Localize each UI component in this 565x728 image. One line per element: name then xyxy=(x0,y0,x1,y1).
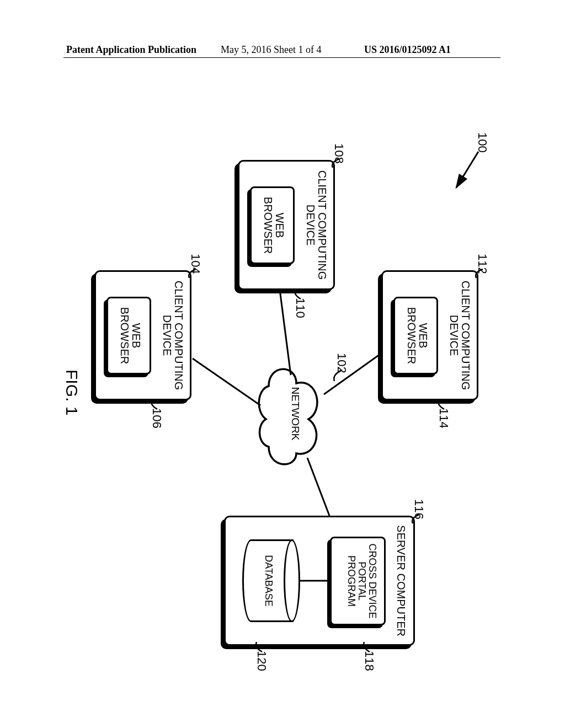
svg-line-1 xyxy=(324,353,382,394)
figure-canvas: 100 CLIENT COMPUTING DEVICE WEB BROWSER … xyxy=(63,99,500,678)
page: Patent Application Publication May 5, 20… xyxy=(0,0,565,728)
database-cylinder: DATABASE xyxy=(242,539,300,622)
tick-database-icon xyxy=(250,640,263,656)
server-program-box: CROSS DEVICE PORTAL PROGRAM xyxy=(330,537,386,625)
tick-server-icon xyxy=(407,510,420,532)
svg-line-2 xyxy=(280,290,291,375)
tick-program-icon xyxy=(358,640,371,656)
server-program-label: CROSS DEVICE PORTAL PROGRAM xyxy=(346,538,377,624)
server-title: SERVER COMPUTER xyxy=(395,517,407,644)
svg-line-4 xyxy=(307,458,329,516)
header-left: Patent Application Publication xyxy=(66,44,196,56)
server-box: SERVER COMPUTER CROSS DEVICE PORTAL PROG… xyxy=(224,516,415,646)
svg-line-3 xyxy=(193,358,260,405)
header-mid: May 5, 2016 Sheet 1 of 4 xyxy=(221,44,321,56)
header-rule xyxy=(63,57,500,58)
program-db-connector xyxy=(300,578,331,584)
figure-stage: 100 CLIENT COMPUTING DEVICE WEB BROWSER … xyxy=(63,99,500,678)
database-label: DATABASE xyxy=(263,539,274,622)
figure-caption: FIG. 1 xyxy=(62,370,81,415)
header-right: US 2016/0125092 A1 xyxy=(364,44,451,56)
